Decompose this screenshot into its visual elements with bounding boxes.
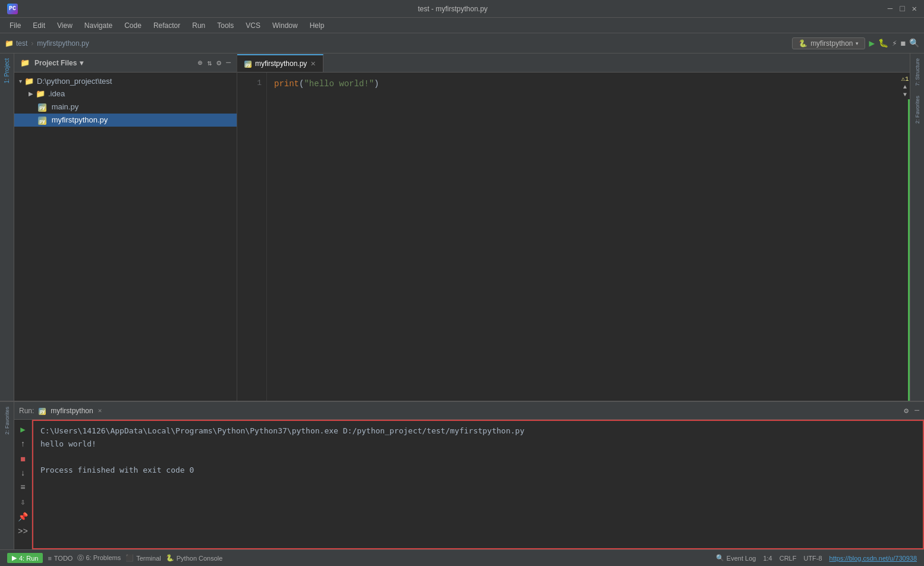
run-wrap-btn[interactable]: ≡	[20, 483, 25, 492]
file-tree-chevron[interactable]: ▾	[80, 59, 83, 67]
run-pin-btn[interactable]: 📌	[18, 512, 28, 522]
breadcrumb-project[interactable]: test	[16, 39, 27, 48]
run-label: Run:	[19, 407, 34, 415]
string-literal: "hello world!"	[304, 79, 374, 89]
run-tab-name[interactable]: myfirstpython	[51, 407, 93, 415]
tree-main-py-item[interactable]: py main.py	[14, 100, 237, 114]
status-run-btn[interactable]: ▶ 4: Run	[7, 553, 43, 563]
run-minimize-icon[interactable]: ─	[914, 406, 919, 415]
tree-idea-item[interactable]: ▶ 📁 .idea	[14, 87, 237, 100]
status-line-ending[interactable]: CRLF	[780, 555, 797, 562]
status-terminal-item[interactable]: ⬛ Terminal	[125, 554, 161, 562]
breadcrumb-file[interactable]: myfirstpython.py	[37, 39, 89, 48]
run-tab-bar: Run: py myfirstpython ✕ ⚙ ─	[14, 402, 924, 420]
menu-vcs[interactable]: VCS	[241, 20, 265, 31]
menu-run[interactable]: Run	[187, 20, 210, 31]
file-tree-header: 📁 Project Files ▾ ⊕ ⇅ ⚙ ─	[14, 54, 237, 73]
maximize-btn[interactable]: □	[900, 4, 904, 14]
root-folder-icon: 📁	[24, 77, 34, 86]
myfirstpython-py-label: myfirstpython.py	[52, 115, 108, 124]
myfirstpython-py-icon: py	[38, 115, 46, 125]
stop-button[interactable]: ◼	[901, 38, 906, 48]
run-stop-btn[interactable]: ◼	[20, 454, 25, 464]
menu-tools[interactable]: Tools	[212, 20, 238, 31]
status-run-label: 4: Run	[19, 555, 38, 562]
toolbar-right: 🐍 myfirstpython ▾ ▶ 🐛 ⚡ ◼ 🔍	[792, 37, 919, 49]
menu-code[interactable]: Code	[120, 20, 146, 31]
search-button[interactable]: 🔍	[909, 38, 919, 48]
file-tree-title-text: Project Files	[34, 59, 77, 67]
run-settings-icon[interactable]: ⚙	[904, 406, 909, 416]
run-tab-python-icon: py	[39, 406, 46, 415]
status-terminal-icon: ⬛	[125, 554, 134, 562]
collapse-all-btn[interactable]: ⇅	[208, 58, 212, 68]
event-log-label: Event Log	[727, 555, 756, 562]
tree-root-item[interactable]: ▾ 📁 D:\python_project\test	[14, 75, 237, 87]
file-tree-panel: 📁 Project Files ▾ ⊕ ⇅ ⚙ ─ ▾ 📁 D:\python_…	[14, 54, 237, 401]
menu-file[interactable]: File	[5, 20, 26, 31]
breadcrumb-folder-icon: 📁	[5, 39, 14, 48]
minimize-tree-btn[interactable]: ─	[226, 58, 231, 67]
run-more-btn[interactable]: >>	[18, 527, 28, 536]
project-folder-icon: 📁	[20, 58, 30, 68]
tree-myfirstpython-item[interactable]: py myfirstpython.py	[14, 114, 237, 127]
menu-window[interactable]: Window	[268, 20, 303, 31]
bottom-panel: Run: py myfirstpython ✕ ⚙ ─ ▶ ↑ ◼ ↓ ≡ ⇩ …	[14, 402, 924, 549]
close-btn[interactable]: ✕	[912, 4, 917, 14]
run-button[interactable]: ▶	[869, 37, 875, 49]
run-config-dropdown[interactable]: 🐍 myfirstpython ▾	[792, 37, 865, 49]
project-panel-label[interactable]: 1: Project	[4, 54, 10, 88]
status-python-console-item[interactable]: 🐍 Python Console	[166, 554, 223, 562]
tab-bar: py myfirstpython.py ✕	[237, 54, 910, 73]
run-up-btn[interactable]: ↑	[20, 439, 25, 449]
menu-bar: File Edit View Navigate Code Refactor Ru…	[0, 18, 924, 33]
status-position[interactable]: 1:4	[763, 555, 772, 562]
file-tree-actions: ⊕ ⇅ ⚙ ─	[198, 58, 231, 68]
run-tab-close-btn[interactable]: ✕	[98, 407, 102, 414]
status-terminal-label: Terminal	[136, 555, 161, 562]
add-file-btn[interactable]: ⊕	[198, 58, 203, 68]
run-config-label: myfirstpython	[810, 39, 853, 48]
tab-close-btn[interactable]: ✕	[310, 60, 316, 68]
favorites-panel-label[interactable]: 2: Favorites	[914, 91, 920, 128]
run-play-btn[interactable]: ▶	[20, 424, 25, 435]
title-bar-left: PC	[7, 4, 18, 14]
dropdown-arrow-icon: ▾	[856, 40, 859, 46]
main-py-icon: py	[38, 102, 46, 112]
main-py-label: main.py	[52, 102, 79, 111]
line-number-1: 1	[237, 77, 262, 90]
menu-help[interactable]: Help	[305, 20, 329, 31]
window-title: test - myfirstpython.py	[418, 5, 488, 13]
menu-edit[interactable]: Edit	[28, 20, 50, 31]
run-output-area: C:\Users\14126\AppData\Local\Programs\Py…	[32, 420, 924, 549]
settings-gear-icon[interactable]: ⚙	[216, 58, 221, 68]
status-url-link[interactable]: https://blog.csdn.net/u/730938	[829, 555, 917, 562]
menu-refactor[interactable]: Refactor	[149, 20, 185, 31]
status-problems-item[interactable]: ⓪ 6: Problems	[77, 554, 121, 562]
code-content[interactable]: print("hello world!")	[267, 73, 900, 401]
gutter-up-arrow[interactable]: ▲	[903, 84, 907, 90]
breadcrumb: 📁 test › myfirstpython.py	[5, 39, 89, 48]
title-bar: PC test - myfirstpython.py ─ □ ✕	[0, 0, 924, 18]
status-encoding[interactable]: UTF-8	[803, 555, 822, 562]
code-editor[interactable]: 1 print("hello world!") ⚠1 ▲ ▼	[237, 73, 910, 401]
debug-button[interactable]: 🐛	[878, 38, 888, 48]
run-filter-btn[interactable]: ⇩	[20, 497, 25, 507]
minimize-btn[interactable]: ─	[888, 4, 892, 14]
profile-button[interactable]: ⚡	[892, 38, 897, 48]
structure-panel-label[interactable]: 7: Structure	[914, 54, 920, 91]
run-output-line-3	[40, 451, 916, 464]
menu-navigate[interactable]: Navigate	[80, 20, 117, 31]
file-tree-content: ▾ 📁 D:\python_project\test ▶ 📁 .idea py …	[14, 73, 237, 401]
status-todo-item[interactable]: ≡ TODO	[48, 555, 73, 562]
status-event-log-item[interactable]: 🔍 Event Log	[716, 554, 756, 562]
logo-text: PC	[9, 5, 16, 12]
toolbar: 📁 test › myfirstpython.py 🐍 myfirstpytho…	[0, 33, 924, 54]
status-python-console-label: Python Console	[177, 555, 223, 562]
gutter-down-arrow[interactable]: ▼	[903, 92, 907, 98]
run-panel-vert-label[interactable]: 2: Favorites	[4, 402, 10, 439]
editor-tab-myfirstpython[interactable]: py myfirstpython.py ✕	[237, 54, 323, 72]
menu-view[interactable]: View	[52, 20, 77, 31]
run-down-btn[interactable]: ↓	[20, 468, 25, 478]
line-numbers: 1	[237, 73, 267, 401]
